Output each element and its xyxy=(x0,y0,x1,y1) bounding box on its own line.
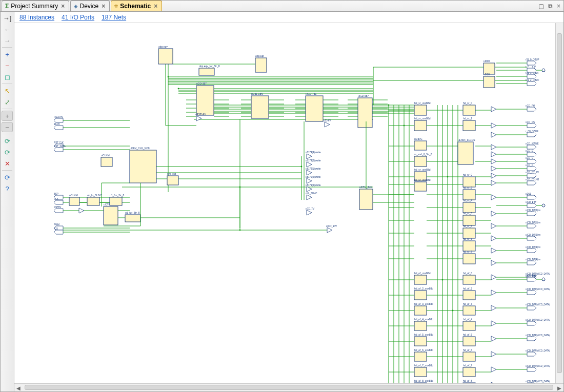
tab-schematic[interactable]: ⌗ Schematic × xyxy=(111,1,162,11)
svg-marker-190 xyxy=(527,261,536,265)
zoom-area-button[interactable]: ◻ xyxy=(2,72,13,82)
refresh-button[interactable]: ⟳ xyxy=(2,172,13,182)
svg-text:uICD_D7P[uICD_DATA]: uICD_D7P[uICD_DATA] xyxy=(526,303,550,306)
close-icon[interactable]: × xyxy=(100,3,106,10)
scrollbar-thumb[interactable] xyxy=(25,385,553,390)
svg-text:RS314IV: RS314IV xyxy=(54,116,63,118)
svg-text:hd_of_6: hd_of_6 xyxy=(463,348,472,352)
close-window-icon[interactable]: × xyxy=(557,3,560,10)
svg-rect-238 xyxy=(255,58,267,72)
svg-text:uCO_F: uCO_F xyxy=(526,164,533,167)
svg-text:uICD_D7[1]inv: uICD_D7[1]inv xyxy=(526,221,541,224)
schematic-svg: RS314IV314IVRST CLKRST_DATABSPCLKRS55VPW… xyxy=(14,23,555,383)
svg-text:uCO_C: uCO_C xyxy=(526,157,534,159)
svg-rect-288 xyxy=(101,157,112,167)
svg-text:uICD_D7P[uICD_DATA]: uICD_D7P[uICD_DATA] xyxy=(526,334,550,337)
tab-label: Schematic xyxy=(120,3,151,10)
svg-text:hd_sr_uxx88d: hd_sr_uxx88d xyxy=(414,178,431,181)
svg-point-436 xyxy=(442,279,444,281)
instances-link[interactable]: 88 Instances xyxy=(19,14,54,21)
svg-text:hd_of_uxx88d: hd_of_uxx88d xyxy=(414,272,431,275)
svg-text:uICD_D7P[uICD_DATA]: uICD_D7P[uICD_DATA] xyxy=(526,365,550,367)
scrollbar-thumb[interactable] xyxy=(557,33,562,373)
svg-rect-326 xyxy=(463,306,475,315)
svg-marker-202 xyxy=(527,306,536,310)
svg-marker-368 xyxy=(491,173,496,178)
vertical-scrollbar[interactable] xyxy=(555,23,563,383)
svg-text:hd_of_7_uxx88d: hd_of_7_uxx88d xyxy=(414,364,433,367)
zoom-out-button[interactable]: − xyxy=(2,60,13,71)
tab-project-summary[interactable]: Σ Project Summary × xyxy=(2,1,69,11)
svg-marker-370 xyxy=(491,195,496,200)
svg-rect-246 xyxy=(358,98,372,128)
svg-marker-377 xyxy=(491,290,496,295)
svg-text:uICD_D7P[uICD_DATA]: uICD_D7P[uICD_DATA] xyxy=(526,380,550,383)
scroll-left-icon[interactable]: ◀ xyxy=(14,384,23,392)
svg-text:hd_sr_1: hd_sr_1 xyxy=(463,117,472,120)
svg-point-435 xyxy=(447,176,449,178)
svg-text:hd_sr_0: hd_sr_0 xyxy=(463,173,472,176)
main-area: →] ← → + − ◻ ↖ ⤢ + − ⟳ ⟳ ✕ ⟳ ? 88 Instan… xyxy=(1,12,563,391)
svg-text:u8173[5]uwrite: u8173[5]uwrite xyxy=(306,184,321,187)
svg-text:hd_sr_5: hd_sr_5 xyxy=(463,212,472,215)
expand-button[interactable]: ⤢ xyxy=(2,97,13,107)
svg-rect-240 xyxy=(196,86,214,115)
svg-marker-362 xyxy=(491,123,496,128)
svg-text:uICD-731: uICD-731 xyxy=(306,92,317,95)
svg-rect-304 xyxy=(414,275,427,284)
svg-marker-175 xyxy=(527,203,536,208)
window-controls: ▢ ⧉ × xyxy=(538,1,563,11)
help-button[interactable]: ? xyxy=(2,183,13,194)
svg-marker-160 xyxy=(527,159,536,163)
svg-text:sys_eqt: sys_eqt xyxy=(167,172,176,175)
svg-rect-256 xyxy=(463,105,475,115)
svg-text:hd_sr_uxx88d: hd_sr_uxx88d xyxy=(414,101,431,105)
toolbar: →] ← → + − ◻ ↖ ⤢ + − ⟳ ⟳ ✕ ⟳ ? xyxy=(1,12,14,391)
toolbar-forward-button[interactable]: → xyxy=(2,35,13,46)
svg-marker-374 xyxy=(491,248,496,253)
close-icon[interactable]: × xyxy=(60,3,66,10)
svg-rect-334 xyxy=(463,367,475,377)
svg-text:u8173[2]uwrite: u8173[2]uwrite xyxy=(306,159,321,162)
delete-button[interactable]: ✕ xyxy=(2,158,13,169)
svg-text:uCLKM: uCLKM xyxy=(101,154,110,157)
zoom-in-button[interactable]: + xyxy=(2,49,13,59)
tab-device[interactable]: ◈ Device × xyxy=(70,1,110,11)
svg-text:obp.eqv_for_3tr_8: obp.eqv_for_3tr_8 xyxy=(199,65,220,68)
svg-text:hd_of_2_uxx88d: hd_of_2_uxx88d xyxy=(414,287,433,290)
svg-text:BSP: BSP xyxy=(54,193,58,195)
svg-text:uD00: uD00 xyxy=(484,59,490,63)
horizontal-scrollbar[interactable]: ◀ ▶ xyxy=(14,383,563,391)
regen2-button[interactable]: ⟳ xyxy=(2,147,13,157)
svg-text:RS55V: RS55V xyxy=(54,206,61,209)
toolbar-back-button[interactable]: ← xyxy=(2,24,13,34)
svg-marker-178 xyxy=(527,212,536,216)
svg-marker-343 xyxy=(307,162,312,167)
nets-link[interactable]: 187 Nets xyxy=(102,14,126,21)
ports-link[interactable]: 41 I/O Ports xyxy=(62,14,94,21)
add-button[interactable]: + xyxy=(2,111,13,121)
select-button[interactable]: ↖ xyxy=(2,86,13,96)
separator xyxy=(2,170,12,171)
svg-rect-290 xyxy=(167,176,178,185)
svg-rect-250 xyxy=(484,76,495,88)
toolbar-navigate-button[interactable]: →] xyxy=(2,13,13,23)
svg-marker-172 xyxy=(527,195,536,199)
remove-button[interactable]: − xyxy=(2,122,13,132)
maximize-icon[interactable]: ⧉ xyxy=(548,3,553,10)
svg-text:uCO_RS: uCO_RS xyxy=(526,121,535,123)
svg-marker-357 xyxy=(196,116,202,121)
stats-bar: 88 Instances 41 I/O Ports 187 Nets xyxy=(14,12,563,23)
regen1-button[interactable]: ⟳ xyxy=(2,136,13,146)
svg-point-434 xyxy=(404,125,405,127)
close-icon[interactable]: × xyxy=(153,3,158,10)
svg-text:r_P: r_P xyxy=(532,275,536,277)
scroll-right-icon[interactable]: ▶ xyxy=(555,384,563,392)
svg-text:uCD_TV: uCD_TV xyxy=(306,208,314,210)
svg-text:PWM: PWM xyxy=(54,223,59,226)
svg-text:uICD-687: uICD-687 xyxy=(358,94,369,97)
svg-text:uCO_D31NE: uCO_D31NE xyxy=(526,178,539,181)
schematic-canvas[interactable]: RS314IV314IVRST CLKRST_DATABSPCLKRS55VPW… xyxy=(14,23,563,383)
minimize-icon[interactable]: ▢ xyxy=(538,3,544,10)
svg-point-440 xyxy=(239,230,241,231)
